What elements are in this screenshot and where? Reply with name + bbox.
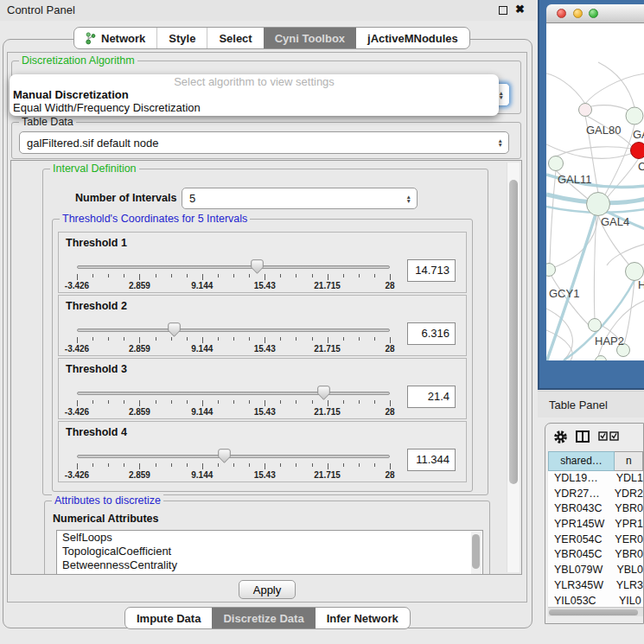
slider-thumb-icon[interactable] [168, 322, 181, 341]
cell-shared-name[interactable]: YDL19… [548, 471, 612, 487]
column-header-name[interactable]: n [615, 451, 643, 471]
table-row[interactable]: YDR27…YDR2 [548, 487, 643, 502]
close-icon[interactable]: ✖ [515, 3, 525, 16]
slider-tick-label: 15.43 [254, 344, 276, 354]
attribute-list-item[interactable]: SelfLoops [57, 531, 482, 545]
table-row[interactable]: YLR345WYLR3 [548, 578, 643, 594]
cell-name[interactable]: YDR2 [610, 487, 643, 502]
cell-shared-name[interactable]: YBL079W [548, 563, 612, 578]
slider-tick-label: 9.144 [191, 470, 213, 480]
cell-name[interactable]: YBR0 [610, 547, 643, 563]
table-row[interactable]: YPR145WYPR1 [548, 517, 643, 532]
threshold-value-field[interactable]: 6.316 [407, 322, 456, 345]
cell-name[interactable]: YBR0 [610, 501, 643, 517]
cell-name[interactable]: YLR3 [612, 578, 643, 594]
threshold-slider[interactable]: -3.4262.8599.14415.4321.71528 [77, 383, 390, 419]
node-label-gcy1: GCY1 [549, 287, 579, 300]
cell-shared-name[interactable]: YER054C [548, 532, 610, 548]
select-columns-checkboxes-icon[interactable] [598, 430, 621, 441]
tab-select[interactable]: Select [207, 28, 263, 48]
scrollbar-thumb[interactable] [509, 180, 518, 484]
numerical-attributes-list[interactable]: SelfLoopsTopologicalCoefficientBetweenne… [56, 530, 483, 575]
dropdown-option-manual[interactable]: Manual Discretization [10, 88, 499, 101]
table-row[interactable]: YDL19…YDL1 [548, 471, 643, 487]
threshold-2-box: Threshold 2-3.4262.8599.14415.4321.71528… [58, 295, 467, 356]
dropdown-placeholder-item[interactable]: Select algorithm to view settings [10, 75, 499, 88]
threshold-slider[interactable]: -3.4262.8599.14415.4321.71528 [77, 320, 390, 356]
threshold-slider[interactable]: -3.4262.8599.14415.4321.71528 [77, 257, 390, 293]
network-view-frame: GAL80 GA C GAL11 GAL4 GCY1 H HAP2 [538, 0, 644, 390]
slider-tick-label: -3.426 [65, 470, 89, 480]
slider-thumb-icon[interactable] [251, 259, 264, 277]
cell-name[interactable]: YDL1 [612, 471, 643, 487]
node-red-selected [631, 143, 644, 159]
minimize-traffic-light-icon[interactable] [573, 9, 583, 18]
tab-infer-network[interactable]: Infer Network [316, 608, 410, 628]
slider-tick-label: 2.859 [129, 470, 150, 480]
attributes-scrollbar[interactable] [471, 532, 481, 575]
number-of-intervals-combo[interactable]: 5 ▲▼ [182, 188, 418, 209]
threshold-value-field[interactable]: 14.713 [407, 259, 456, 282]
cell-shared-name[interactable]: YBR043C [548, 501, 610, 517]
network-icon [86, 32, 96, 45]
close-traffic-light-icon[interactable] [557, 9, 566, 18]
threshold-slider[interactable]: -3.4262.8599.14415.4321.71528 [77, 446, 390, 482]
interval-definition-group: Interval Definition Number of Intervals … [42, 169, 488, 495]
table-header-row: shared… n [548, 451, 643, 471]
threshold-label: Threshold 4 [66, 426, 127, 438]
slider-track[interactable] [77, 455, 390, 458]
tab-style[interactable]: Style [156, 28, 207, 48]
scrollbar-thumb[interactable] [549, 609, 638, 615]
gear-icon[interactable] [553, 430, 568, 444]
zoom-traffic-light-icon[interactable] [589, 9, 598, 18]
tab-cyni-toolbox[interactable]: Cyni Toolbox [264, 28, 356, 48]
dropdown-option-equal-width[interactable]: Equal Width/Frequency Discretization [10, 101, 499, 114]
network-canvas[interactable]: GAL80 GA C GAL11 GAL4 GCY1 H HAP2 [546, 23, 644, 360]
tab-impute-data[interactable]: Impute Data [125, 608, 212, 628]
cell-shared-name[interactable]: YPR145W [548, 517, 610, 532]
slider-tick-label: 2.859 [129, 281, 150, 290]
tab-jactivemnodules[interactable]: jActiveMNodules [356, 28, 469, 48]
table-horizontal-scrollbar[interactable] [548, 607, 643, 616]
settings-scrollbar[interactable] [507, 163, 520, 572]
cell-name[interactable]: YBL0 [612, 563, 643, 578]
attribute-list-item[interactable]: BetweennessCentrality [57, 558, 482, 572]
node-label-gal11: GAL11 [558, 173, 592, 186]
threshold-label: Threshold 2 [66, 300, 127, 312]
threshold-value-field[interactable]: 21.4 [407, 386, 456, 408]
column-header-shared-name[interactable]: shared… [548, 451, 615, 471]
cell-name[interactable]: YPR1 [610, 517, 643, 532]
table-panel-titlebar: Table Panel [538, 391, 644, 418]
threshold-3-box: Threshold 3-3.4262.8599.14415.4321.71528… [58, 358, 467, 419]
table-row[interactable]: YER054CYER0 [548, 532, 643, 548]
cell-shared-name[interactable]: YBR045C [548, 547, 610, 563]
slider-thumb-icon[interactable] [317, 386, 330, 404]
node-label-hap2: HAP2 [595, 335, 624, 348]
threshold-value-field[interactable]: 11.344 [407, 449, 456, 471]
slider-tick-label: 28 [385, 344, 394, 354]
tab-network[interactable]: Network [74, 28, 156, 48]
table-data-value: galFiltered.sif default node [27, 137, 158, 150]
combo-stepper-icon: ▲▼ [406, 188, 411, 208]
slider-track[interactable] [77, 265, 390, 269]
float-window-icon[interactable] [499, 6, 507, 15]
tab-discretize-data[interactable]: Discretize Data [212, 608, 315, 628]
table-row[interactable]: YBR045CYBR0 [548, 547, 643, 563]
slider-tick-label: -3.426 [65, 407, 89, 417]
node-attribute-table: shared… n YDL19…YDL1YDR27…YDR2YBR043CYBR… [548, 451, 643, 606]
slider-track[interactable] [77, 392, 390, 395]
apply-button[interactable]: Apply [239, 580, 296, 599]
table-row[interactable]: YBR043CYBR0 [548, 501, 643, 517]
top-tab-bar: Network Style Select Cyni Toolbox jActiv… [73, 27, 470, 49]
cell-shared-name[interactable]: YLR345W [548, 578, 612, 594]
cell-name[interactable]: YER0 [610, 532, 643, 548]
attribute-list-item[interactable]: TopologicalCoefficient [57, 545, 482, 558]
columns-icon[interactable] [576, 430, 590, 443]
slider-tick-label: 21.715 [314, 281, 341, 290]
settings-scroll-panel: Interval Definition Number of Intervals … [10, 160, 522, 575]
slider-track[interactable] [77, 328, 390, 332]
slider-thumb-icon[interactable] [218, 449, 231, 467]
table-data-combo[interactable]: galFiltered.sif default node ▲▼ [19, 131, 509, 154]
cell-shared-name[interactable]: YDR27… [548, 487, 610, 502]
table-row[interactable]: YBL079WYBL0 [548, 563, 643, 578]
